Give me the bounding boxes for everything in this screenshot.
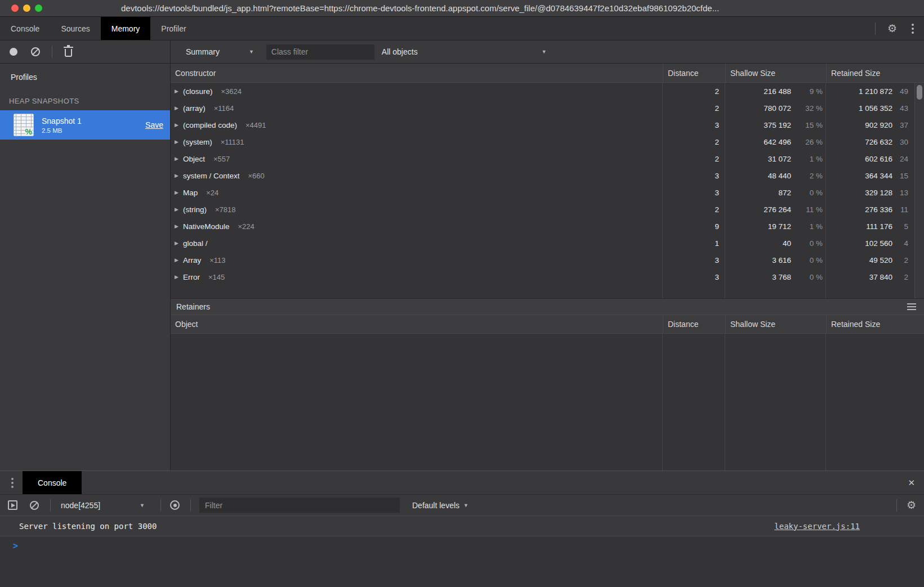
heap-snapshots-section-label: HEAP SNAPSHOTS <box>0 82 170 110</box>
traffic-lights <box>0 5 42 12</box>
save-snapshot-link[interactable]: Save <box>145 120 163 129</box>
heap-table-row[interactable]: ▶ NativeModule ×224 9 19 712 1 % 111 176… <box>171 218 924 235</box>
clear-profiles-icon[interactable] <box>31 47 40 56</box>
expand-arrow-icon[interactable]: ▶ <box>175 207 178 212</box>
scrollbar-thumb[interactable] <box>917 85 922 100</box>
column-header-retained-size[interactable]: Retained Size <box>826 315 924 333</box>
heap-table-row[interactable]: ▶ global / 1 40 0 % 102 560 4 <box>171 235 924 252</box>
vertical-scrollbar[interactable] <box>914 83 924 298</box>
console-input-area[interactable]: > <box>0 536 924 587</box>
retainers-title: Retainers <box>176 302 210 311</box>
zoom-window-icon[interactable] <box>35 5 42 12</box>
more-options-icon[interactable] <box>910 23 915 35</box>
heap-table-row[interactable]: ▶ (closure) ×3624 2 216 488 9 % 1 210 87… <box>171 83 924 100</box>
column-header-shallow-size[interactable]: Shallow Size <box>725 315 826 333</box>
console-settings-gear-icon[interactable]: ⚙ <box>907 500 916 510</box>
clear-console-icon[interactable] <box>30 501 39 510</box>
retainers-section-bar: Retainers <box>171 298 924 315</box>
toolbar-divider <box>52 46 52 58</box>
expand-arrow-icon[interactable]: ▶ <box>175 190 178 195</box>
window-title-url: devtools://devtools/bundled/js_app.html?… <box>121 3 924 13</box>
heap-table-header: Constructor Distance Shallow Size Retain… <box>171 64 924 83</box>
expand-arrow-icon[interactable]: ▶ <box>175 139 178 145</box>
chevron-down-icon[interactable]: ▼ <box>542 49 547 55</box>
console-filter-input[interactable] <box>199 498 400 513</box>
heap-table-row[interactable]: ▶ Error ×145 3 3 768 0 % 37 840 2 <box>171 268 924 285</box>
tab-console[interactable]: Console <box>0 17 50 40</box>
memory-panel-content: Profiles HEAP SNAPSHOTS % Snapshot 1 2.5… <box>0 64 924 471</box>
heap-table-row[interactable]: ▶ (system) ×11131 2 642 496 26 % 726 632… <box>171 133 924 150</box>
console-drawer: Console ✕ node[4255] ▼ Default levels ▼ … <box>0 471 924 587</box>
retainers-menu-icon[interactable] <box>907 303 916 310</box>
class-filter-input[interactable] <box>266 44 374 60</box>
chevron-down-icon[interactable]: ▼ <box>249 49 254 55</box>
column-header-object[interactable]: Object <box>171 315 663 333</box>
close-window-icon[interactable] <box>11 5 19 12</box>
toolbar-divider <box>50 499 51 512</box>
heap-table-row[interactable]: ▶ Object ×557 2 31 072 1 % 602 616 24 <box>171 150 924 167</box>
column-header-distance[interactable]: Distance <box>663 315 725 333</box>
settings-gear-icon[interactable]: ⚙ <box>887 23 897 34</box>
drawer-menu-icon[interactable] <box>10 477 15 489</box>
console-message-source-link[interactable]: leaky-server.js:11 <box>774 522 860 531</box>
drawer-tabbar: Console ✕ <box>0 471 924 495</box>
expand-arrow-icon[interactable]: ▶ <box>175 105 178 111</box>
live-expression-eye-icon[interactable] <box>170 500 180 510</box>
heap-table-row[interactable]: ▶ (compiled code) ×4491 3 375 192 15 % 9… <box>171 116 924 133</box>
console-sidebar-toggle-icon[interactable] <box>8 500 17 510</box>
heap-table-row[interactable]: ▶ (array) ×1164 2 780 072 32 % 1 056 352… <box>171 100 924 116</box>
objects-scope-select[interactable]: All objects <box>382 47 418 56</box>
profiler-toolbar: Summary ▼ All objects ▼ <box>0 41 924 64</box>
chevron-down-icon[interactable]: ▼ <box>140 503 145 508</box>
drawer-tab-console[interactable]: Console <box>23 471 82 494</box>
devtools-tabbar: Console Sources Memory Profiler ⚙ <box>0 17 924 41</box>
expand-arrow-icon[interactable]: ▶ <box>175 88 178 94</box>
perspective-select[interactable]: Summary <box>186 47 220 56</box>
heap-table-row[interactable]: ▶ (string) ×7818 2 276 264 11 % 276 336 … <box>171 201 924 218</box>
toolbar-divider <box>190 499 191 512</box>
snapshot-item[interactable]: % Snapshot 1 2.5 MB Save <box>0 110 170 140</box>
record-heap-icon[interactable] <box>10 48 17 56</box>
sidebar-title: Profiles <box>0 64 170 82</box>
tab-sources[interactable]: Sources <box>50 17 100 40</box>
tab-profiler[interactable]: Profiler <box>150 17 197 40</box>
heap-snapshot-icon: % <box>14 114 34 136</box>
toolbar-divider <box>160 499 161 512</box>
retainers-table-body <box>171 334 924 471</box>
expand-arrow-icon[interactable]: ▶ <box>175 223 178 229</box>
expand-arrow-icon[interactable]: ▶ <box>175 274 178 280</box>
log-levels-select[interactable]: Default levels <box>412 501 459 510</box>
column-header-shallow-size[interactable]: Shallow Size <box>725 64 826 82</box>
console-message-row: Server listening on port 3000 leaky-serv… <box>0 516 924 536</box>
execution-context-select[interactable]: node[4255] <box>61 501 100 510</box>
console-message-text: Server listening on port 3000 <box>19 522 774 531</box>
heap-table-row[interactable]: ▶ system / Context ×660 3 48 440 2 % 364… <box>171 167 924 184</box>
close-drawer-icon[interactable]: ✕ <box>908 471 915 494</box>
delete-profile-icon[interactable] <box>65 49 72 57</box>
heap-snapshot-view: Constructor Distance Shallow Size Retain… <box>171 64 924 471</box>
toolbar-divider <box>896 499 897 512</box>
console-toolbar: node[4255] ▼ Default levels ▼ ⚙ <box>0 495 924 516</box>
snapshot-size: 2.5 MB <box>42 127 82 134</box>
expand-arrow-icon[interactable]: ▶ <box>175 257 178 263</box>
expand-arrow-icon[interactable]: ▶ <box>175 240 178 246</box>
column-header-distance[interactable]: Distance <box>663 64 725 82</box>
expand-arrow-icon[interactable]: ▶ <box>175 122 178 128</box>
expand-arrow-icon[interactable]: ▶ <box>175 173 178 178</box>
heap-table-row[interactable]: ▶ Array ×113 3 3 616 0 % 49 520 2 <box>171 252 924 268</box>
expand-arrow-icon[interactable]: ▶ <box>175 156 178 162</box>
tab-memory[interactable]: Memory <box>101 17 151 40</box>
profiles-toolbar <box>0 41 171 63</box>
column-header-constructor[interactable]: Constructor <box>171 64 663 82</box>
column-header-retained-size[interactable]: Retained Size <box>826 64 924 82</box>
snapshot-name: Snapshot 1 <box>42 116 82 126</box>
minimize-window-icon[interactable] <box>23 5 30 12</box>
profiles-sidebar: Profiles HEAP SNAPSHOTS % Snapshot 1 2.5… <box>0 64 171 471</box>
heap-table-row[interactable]: ▶ Map ×24 3 872 0 % 329 128 13 <box>171 184 924 201</box>
window-titlebar: devtools://devtools/bundled/js_app.html?… <box>0 0 924 17</box>
chevron-down-icon[interactable]: ▼ <box>463 503 468 508</box>
heap-table-body: ▶ (closure) ×3624 2 216 488 9 % 1 210 87… <box>171 83 924 298</box>
heap-view-toolbar: Summary ▼ All objects ▼ <box>171 41 924 63</box>
console-prompt-icon[interactable]: > <box>13 541 18 551</box>
toolbar-divider <box>875 23 876 35</box>
